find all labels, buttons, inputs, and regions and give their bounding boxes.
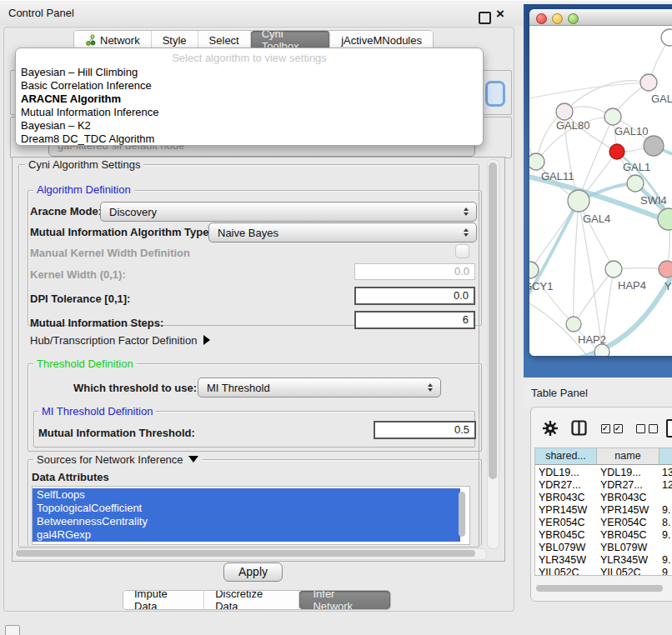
node-label: GAL10 [614, 125, 648, 138]
restore-icon[interactable] [479, 12, 491, 24]
cell[interactable]: YLR345W [539, 554, 594, 567]
network-window-titlebar [529, 9, 672, 26]
data-attributes-list: SelfLoops TopologicalCoefficient Between… [32, 486, 470, 545]
cell[interactable]: 9. [662, 504, 672, 517]
zoom-traffic-icon[interactable] [568, 13, 579, 24]
tab-label: Network [100, 34, 140, 47]
algorithm-option[interactable]: Dream8 DC_TDC Algorithm [19, 132, 479, 146]
collapsed-arrow-icon [203, 335, 210, 345]
table-hscroll-thumb[interactable] [536, 585, 663, 592]
cell[interactable]: 9. [662, 529, 672, 542]
network-icon [85, 34, 96, 46]
close-icon[interactable]: × [496, 6, 504, 22]
aracne-mode-label: Aracne Mode: [30, 205, 102, 218]
tab-jactivemnodules[interactable]: jActiveMNodules [330, 31, 433, 49]
algorithm-option[interactable]: Bayesian – Hill Climbing [19, 66, 479, 79]
tab-select[interactable]: Select [198, 31, 251, 49]
mi-steps-label: Mutual Information Steps: [30, 317, 163, 329]
tab-label: Style [163, 34, 187, 47]
aracne-mode-value: Discovery [101, 206, 464, 218]
network-canvas[interactable]: GAL GAL80 GAL10 GAL1 GAL11 SWI4 GAL4 GCY… [529, 26, 672, 356]
kernel-width-label: Kernel Width (0,1): [30, 268, 126, 281]
cell[interactable]: YIL052C [600, 567, 655, 576]
cell[interactable] [662, 492, 672, 504]
algorithm-dropdown: Select algorithm to view settings Bayesi… [15, 48, 484, 146]
tab-label: Infer Network [313, 590, 377, 610]
list-item[interactable]: TopologicalCoefficient [33, 502, 460, 515]
algorithm-definition-title: Algorithm Definition [33, 184, 134, 195]
dpi-tolerance-label: DPI Tolerance [0,1]: [30, 292, 130, 305]
list-item[interactable]: SelfLoops [33, 488, 460, 502]
cell[interactable]: YBR043C [600, 492, 655, 504]
mi-algorithm-type-combo[interactable]: Naive Bayes [208, 222, 477, 242]
aracne-mode-combo[interactable]: Discovery [100, 202, 477, 222]
settings-hscroll-thumb[interactable] [16, 550, 475, 557]
cell[interactable]: 13 [662, 467, 672, 479]
column-header-name[interactable]: name [597, 448, 659, 465]
cell[interactable]: YLR345W [600, 554, 655, 567]
cell[interactable]: YBL079W [600, 542, 655, 554]
deselect-all-checks-icon[interactable] [636, 424, 658, 433]
algorithm-option-selected[interactable]: ARACNE Algorithm [19, 92, 479, 106]
cell[interactable]: YBR045C [600, 529, 655, 542]
cell[interactable]: 8. [662, 517, 672, 529]
tab-impute-data[interactable]: Impute Data [123, 591, 204, 609]
spinner-icon [464, 228, 469, 237]
algorithm-option[interactable]: Basic Correlation Inference [19, 79, 479, 92]
cell[interactable]: YBR045C [539, 529, 594, 542]
gear-icon[interactable] [543, 421, 558, 436]
list-item[interactable]: BetweennessCentrality [33, 515, 460, 528]
mi-algorithm-type-value: Naive Bayes [209, 227, 464, 239]
hub-section-toggle[interactable]: Hub/Transcription Factor Definition [30, 334, 210, 347]
new-table-icon[interactable] [666, 419, 672, 438]
cell[interactable]: YBL079W [539, 542, 594, 554]
sources-title[interactable]: Sources for Network Inference [33, 454, 202, 465]
hub-section-label: Hub/Transcription Factor Definition [30, 334, 197, 347]
cell[interactable] [662, 542, 672, 554]
cell[interactable]: YPR145W [600, 504, 655, 517]
cell[interactable]: YDR27... [600, 479, 655, 492]
dpi-tolerance-field[interactable]: 0.0 [354, 287, 475, 305]
cell[interactable]: YDR27... [539, 479, 594, 492]
cell[interactable]: 12 [662, 479, 672, 492]
node-label: GAL11 [541, 170, 574, 182]
cell[interactable]: YIL052C [539, 567, 594, 576]
cell[interactable]: YDL19... [600, 467, 655, 479]
cell[interactable]: 9 [662, 567, 672, 576]
panel-dock-icon[interactable] [5, 625, 20, 635]
mi-threshold-label: Mutual Information Threshold: [38, 427, 195, 439]
kernel-width-field[interactable]: 0.0 [354, 263, 475, 280]
column-header-shared-name[interactable]: shared... [535, 448, 597, 465]
cell[interactable]: YBR043C [539, 492, 594, 504]
settings-vscroll-thumb[interactable] [489, 162, 497, 479]
column-header-clipped[interactable] [659, 448, 672, 465]
algorithm-option[interactable]: Mutual Information Inference [19, 106, 479, 119]
tab-label: Discretize Data [215, 590, 288, 610]
cell[interactable]: YPR145W [539, 504, 594, 517]
tab-style[interactable]: Style [152, 31, 198, 49]
tab-network[interactable]: Network [74, 31, 152, 49]
table-panel-title: Table Panel [531, 387, 588, 399]
list-item[interactable]: gal4RGexp [33, 528, 460, 542]
minimize-traffic-icon[interactable] [552, 13, 563, 24]
select-all-checks-icon[interactable]: ✓ ✓ [601, 424, 623, 433]
hidden-algorithm-combo-fragment[interactable] [485, 81, 505, 107]
tab-discretize-data[interactable]: Discretize Data [204, 591, 299, 609]
cell[interactable]: 9. [662, 554, 672, 567]
node-label: Y [664, 280, 672, 292]
algorithm-option[interactable]: Bayesian – K2 [19, 119, 479, 132]
list-scrollbar-thumb[interactable] [459, 492, 465, 537]
tab-cyni-toolbox[interactable]: Cyni Toolbox [251, 31, 330, 49]
cell[interactable]: YDL19... [539, 467, 594, 479]
which-threshold-combo[interactable]: MI Threshold [198, 378, 441, 398]
cell[interactable]: YER054C [600, 517, 655, 529]
cell[interactable]: YER054C [539, 517, 594, 529]
mi-steps-field[interactable]: 6 [354, 311, 475, 329]
tab-infer-network[interactable]: Infer Network [299, 591, 390, 609]
mi-threshold-field[interactable]: 0.5 [374, 421, 476, 439]
manual-kernel-label: Manual Kernel Width Definition [30, 247, 190, 259]
close-traffic-icon[interactable] [536, 13, 547, 24]
columns-icon[interactable] [571, 420, 587, 436]
manual-kernel-checkbox[interactable] [455, 244, 469, 258]
apply-button[interactable]: Apply [223, 562, 283, 582]
